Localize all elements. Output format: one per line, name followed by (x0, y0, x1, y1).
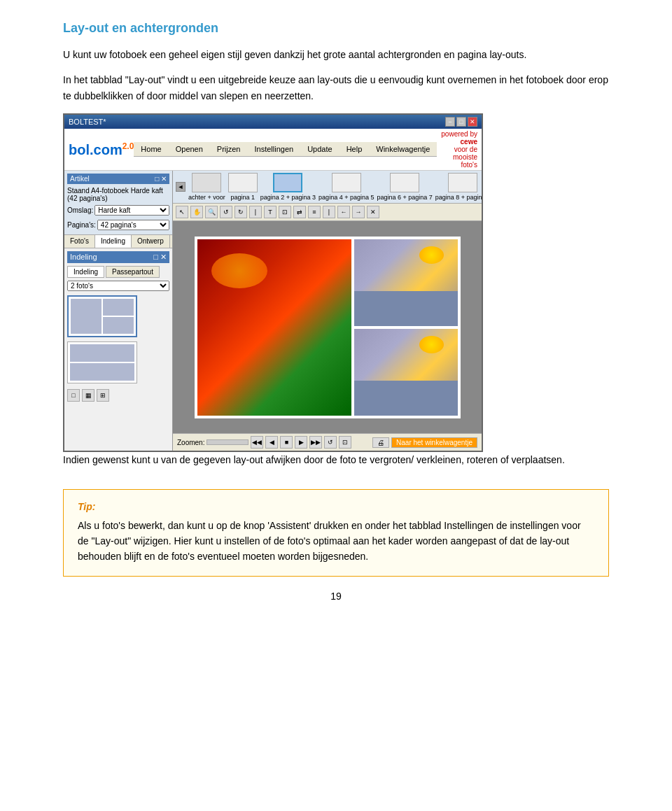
menu-instellingen[interactable]: Instellingen (250, 143, 298, 155)
canvas-area (173, 221, 482, 433)
tab-ontwerp[interactable]: Ontwerp (132, 235, 170, 248)
zoom-slider[interactable] (206, 439, 248, 445)
tip-title: Tip: (78, 501, 594, 512)
menu-home[interactable]: Home (136, 143, 165, 155)
layout-tab-passepartout[interactable]: Passepartout (106, 266, 160, 278)
tool-rotate-left[interactable]: ↺ (220, 206, 232, 218)
page-title: Lay-out en achtergronden (63, 21, 609, 36)
tool-sep2: | (323, 206, 335, 218)
page-label-1: pagina 1 (231, 194, 255, 201)
menu-prijzen[interactable]: Prijzen (213, 143, 245, 155)
tool-rotate-right[interactable]: ↻ (234, 206, 247, 218)
status-bar: Zoomen: ◀◀ ◀ ■ ▶ ▶▶ ↺ ⊡ 🖨 Naar het winke… (173, 433, 482, 451)
photo-right-bottom[interactable] (354, 329, 458, 416)
page-nav-bar: ◄ achter + voor pagina 1 pagina 2 + pagi… (173, 171, 482, 204)
cart-btn[interactable]: Naar het winkelwagentje (391, 437, 477, 448)
layout-panel: Indeling □ ✕ Indeling Passepartout 2 fot… (64, 248, 172, 451)
pages-select[interactable]: 42 pagina's (97, 220, 169, 230)
zoom-next[interactable]: ▶▶ (309, 436, 322, 449)
pages-row: Pagina's: 42 pagina's (67, 218, 169, 232)
layout-action-buttons: □ ▦ ⊞ (67, 389, 169, 402)
cover-row: Omslag: Harde kaft (67, 204, 169, 217)
app-screenshot: BOLTEST* − □ ✕ bol.com2.0 Home Openen Pr… (63, 113, 483, 452)
nav-left-arrow[interactable]: ◄ (176, 182, 186, 192)
page-thumb-45[interactable]: pagina 4 + pagina 5 (318, 173, 374, 201)
product-name: Staand A4-fotoboek Harde kaft (67, 187, 169, 195)
tool-text[interactable]: T (264, 206, 276, 218)
layout-btn-2[interactable]: ▦ (82, 389, 94, 402)
tool-delete[interactable]: ✕ (367, 206, 379, 218)
zoom-play[interactable]: ▶ (295, 436, 307, 449)
zoom-prev[interactable]: ◀ (265, 436, 278, 449)
tool-flip[interactable]: ⇄ (293, 206, 306, 218)
logo-version: 2.0 (122, 141, 134, 151)
layout-subtabs: Indeling Passepartout (67, 266, 169, 278)
tool-pointer[interactable]: ↖ (176, 206, 188, 218)
page-thumb-1[interactable]: pagina 1 (228, 173, 258, 201)
page-label-89: pagina 8 + pagina 9 (435, 194, 482, 201)
page-number: 19 (63, 591, 609, 602)
tool-align[interactable]: ≡ (308, 206, 321, 218)
layout-controls: □ ✕ (153, 253, 167, 262)
zoom-label: Zoomen: (177, 439, 204, 446)
menu-winkelwagentje[interactable]: Winkelwagentje (372, 143, 434, 155)
titlebar-buttons: − □ ✕ (445, 117, 477, 127)
paragraph-3: Indien gewenst kunt u van de gegeven lay… (63, 452, 609, 467)
article-controls: □ ✕ (155, 175, 167, 183)
app-titlebar: BOLTEST* − □ ✕ (64, 115, 482, 129)
cover-select[interactable]: Harde kaft (94, 205, 169, 216)
menu-openen[interactable]: Openen (172, 143, 207, 155)
bol-logo: bol.com2.0 (69, 141, 134, 158)
zoom-stop[interactable]: ■ (280, 436, 293, 449)
layout-thumb-2[interactable] (67, 341, 137, 383)
print-btn[interactable]: 🖨 (372, 437, 389, 448)
page-thumb-89[interactable]: pagina 8 + pagina 9 (435, 173, 482, 201)
tool-redo[interactable]: → (352, 206, 365, 218)
canvas-page (195, 237, 461, 418)
layout-thumb-1[interactable] (67, 295, 137, 337)
app-header: BOLTEST* − □ ✕ bol.com2.0 Home Openen Pr… (64, 115, 482, 171)
thumb-89 (448, 173, 477, 192)
page-thumb-67[interactable]: pagina 6 + pagina 7 (377, 173, 432, 201)
paragraph-1: U kunt uw fotoboek een geheel eigen stij… (63, 47, 609, 62)
zoom-refresh[interactable]: ↺ (324, 436, 337, 449)
menu-help[interactable]: Help (342, 143, 367, 155)
main-canvas-area: ◄ achter + voor pagina 1 pagina 2 + pagi… (173, 171, 482, 451)
close-button[interactable]: ✕ (468, 117, 477, 127)
tool-hand[interactable]: ✋ (190, 206, 203, 218)
article-label: Artikel (70, 175, 90, 183)
status-buttons: 🖨 Naar het winkelwagentje (372, 437, 477, 448)
tool-undo[interactable]: ← (337, 206, 350, 218)
layout-header-label: Indeling (70, 253, 97, 262)
menu-update[interactable]: Update (303, 143, 336, 155)
tool-crop[interactable]: ⊡ (279, 206, 291, 218)
zoom-rewind[interactable]: ◀◀ (251, 436, 263, 449)
layout-btn-3[interactable]: ⊞ (97, 389, 109, 402)
thumb-right-top (103, 299, 134, 316)
page-container: Lay-out en achtergronden U kunt uw fotob… (35, 0, 637, 630)
thumb-back (192, 173, 221, 192)
cover-label: Omslag: (67, 206, 93, 214)
left-panel: Artikel □ ✕ Staand A4-fotoboek Harde kaf… (64, 171, 173, 451)
photo-right-top[interactable] (354, 239, 458, 326)
tab-fotos[interactable]: Foto's (64, 235, 95, 248)
thumb-23 (273, 173, 302, 192)
paragraph-2: In het tabblad "Lay-out" vindt u een uit… (63, 72, 609, 104)
photos-count-select[interactable]: 2 foto's (67, 281, 169, 291)
photo-left[interactable] (197, 239, 351, 416)
product-pages: (42 pagina's) (67, 195, 169, 202)
layout-tab-indeling[interactable]: Indeling (67, 266, 104, 278)
page-thumb-back[interactable]: achter + voor (188, 173, 225, 201)
layout-btn-1[interactable]: □ (67, 389, 80, 402)
main-tabs: Foto's Indeling Ontwerp (64, 235, 172, 248)
cewe-logo: powered bycewevoor de mooiste foto's (437, 130, 477, 169)
minimize-button[interactable]: − (445, 117, 455, 127)
tab-indeling[interactable]: Indeling (95, 235, 132, 248)
page-thumb-23[interactable]: pagina 2 + pagina 3 (260, 173, 316, 201)
logo-area: bol.com2.0 Home Openen Prijzen Instellin… (64, 129, 482, 171)
app-title: BOLTEST* (69, 118, 106, 126)
zoom-fit[interactable]: ⊡ (339, 436, 351, 449)
tool-zoom[interactable]: 🔍 (205, 206, 218, 218)
maximize-button[interactable]: □ (456, 117, 466, 127)
thumb-right-panel (103, 299, 134, 334)
